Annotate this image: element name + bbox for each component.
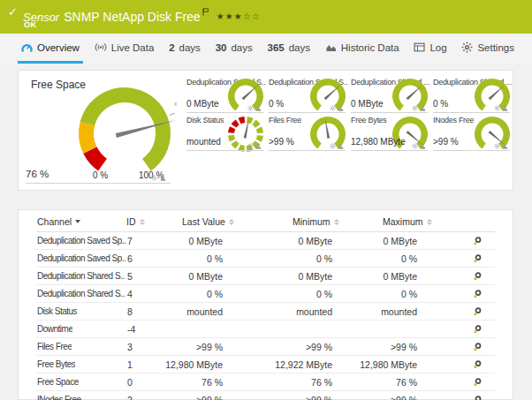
gear-icon[interactable] xyxy=(151,175,157,181)
table-row-files-free: Files Free3>99 %>99 %>99 % xyxy=(36,338,495,356)
user-icon[interactable] xyxy=(502,105,508,111)
main-gauge-value: 76 % xyxy=(26,169,49,179)
table-row-deduplication-saved-sp: Deduplication Saved Sp...60 %0 %0 % xyxy=(36,250,495,268)
small-gauges-grid: Deduplication Saved S...0 MByteDeduplica… xyxy=(186,76,514,152)
maximum-cell: 12,980 MByte xyxy=(360,359,417,370)
minimum-cell: 0 MByte xyxy=(298,271,332,282)
sensor-title-line: SensorSNMP NetApp Disk Free★★★☆☆ xyxy=(23,4,261,25)
gauge-panel-free-bytes: Free Bytes12,980 MByte xyxy=(350,114,432,152)
last-value-cell: 76 % xyxy=(201,377,223,388)
gear-icon[interactable] xyxy=(412,143,418,149)
gauge-dial xyxy=(308,114,348,158)
gauge-value: 0 MByte xyxy=(351,99,384,109)
wrench-icon[interactable] xyxy=(473,359,483,369)
tab-2-days[interactable]: 2days xyxy=(165,34,204,64)
channel-cell[interactable]: Deduplication Saved Sp... xyxy=(37,253,125,263)
channel-cell[interactable]: Files Free xyxy=(37,342,72,351)
gauge-value: 0 MByte xyxy=(186,99,219,109)
main-gauge-corner-icons xyxy=(151,175,166,181)
column-header-minimum[interactable]: Minimum xyxy=(293,216,339,227)
maximum-cell: 0 % xyxy=(401,253,417,264)
user-icon[interactable] xyxy=(255,105,262,111)
user-icon[interactable] xyxy=(255,143,262,149)
wrench-icon[interactable] xyxy=(473,289,483,298)
user-icon[interactable] xyxy=(338,105,344,111)
tab-bar: OverviewLive Data2days30days365daysHisto… xyxy=(0,34,532,64)
sort-icon xyxy=(140,219,145,225)
last-value-cell: 0 MByte xyxy=(188,271,223,282)
channel-cell[interactable]: Deduplication Saved Sp... xyxy=(37,236,125,245)
user-icon[interactable] xyxy=(160,175,166,181)
user-icon[interactable] xyxy=(420,143,426,149)
table-row-disk-status: Disk Status8mountedmountedmounted xyxy=(36,303,495,321)
main-gauge: x xyxy=(54,78,195,184)
id-cell: 7 xyxy=(127,236,133,246)
gear-icon[interactable] xyxy=(247,143,254,149)
gear-icon[interactable] xyxy=(330,105,336,111)
id-cell: 2 xyxy=(127,395,133,400)
minimum-cell: >99 % xyxy=(306,342,332,352)
gauge-title: INodes Free xyxy=(433,116,474,125)
wrench-icon[interactable] xyxy=(473,324,483,334)
gear-icon[interactable] xyxy=(494,105,500,111)
user-icon[interactable] xyxy=(338,143,344,149)
tab-historic-data[interactable]: Historic Data xyxy=(322,34,403,64)
column-header-maximum[interactable]: Maximum xyxy=(383,216,432,227)
page-title: SNMP NetApp Disk Free xyxy=(64,10,201,24)
log-icon xyxy=(414,42,425,52)
last-value-cell: 12,980 MByte xyxy=(165,359,223,370)
wrench-icon[interactable] xyxy=(473,342,483,351)
gauge-title: Free Bytes xyxy=(351,116,387,125)
channel-cell[interactable]: Disk Status xyxy=(37,306,77,316)
minimum-cell: 0 % xyxy=(316,253,332,264)
table-row-inodes-free: INodes Free2>99 %>99 %>99 % xyxy=(36,391,495,400)
tab-settings[interactable]: Settings xyxy=(458,34,518,64)
column-header-id[interactable]: ID xyxy=(126,216,145,227)
flag-icon[interactable] xyxy=(202,4,209,19)
channel-cell[interactable]: Free Bytes xyxy=(37,359,75,369)
channel-cell[interactable]: Downtime xyxy=(37,324,72,334)
gauge-scale-min: 0 % xyxy=(93,170,108,180)
gear-icon[interactable] xyxy=(330,143,336,149)
tab-30-days[interactable]: 30days xyxy=(212,34,256,64)
channel-cell[interactable]: Deduplication Shared S... xyxy=(37,271,125,281)
gear-icon[interactable] xyxy=(412,105,418,111)
sort-icon xyxy=(427,219,432,225)
tab-log[interactable]: Log xyxy=(410,34,450,64)
sort-icon xyxy=(229,219,234,225)
gauge-corner-icons xyxy=(412,143,426,149)
table-header-row: ChannelIDLast ValueMinimumMaximum xyxy=(36,214,495,232)
priority-stars[interactable]: ★★★☆☆ xyxy=(217,11,261,21)
maximum-cell: >99 % xyxy=(391,395,417,400)
live-icon xyxy=(95,42,107,52)
gauge-value: 12,980 MByte xyxy=(351,137,406,147)
table-row-deduplication-shared-s: Deduplication Shared S...40 %0 %0 % xyxy=(36,285,495,303)
maximum-cell: mounted xyxy=(381,306,417,317)
wrench-icon[interactable] xyxy=(473,253,483,263)
wrench-icon[interactable] xyxy=(473,306,483,316)
gauge-corner-icons xyxy=(412,105,426,111)
wrench-icon[interactable] xyxy=(473,236,483,245)
channel-cell[interactable]: INodes Free xyxy=(37,395,81,400)
divider xyxy=(433,112,510,113)
wrench-icon[interactable] xyxy=(473,271,483,281)
tab-365-days[interactable]: 365days xyxy=(264,34,314,64)
wrench-icon[interactable] xyxy=(473,377,483,387)
gauge-corner-icons xyxy=(330,105,344,111)
status-badge: OK xyxy=(24,19,36,29)
channel-cell[interactable]: Deduplication Shared S... xyxy=(37,289,125,298)
user-icon[interactable] xyxy=(420,105,426,111)
minimum-cell: 12,922 MByte xyxy=(275,359,332,370)
gear-icon[interactable] xyxy=(494,143,500,149)
id-cell: 1 xyxy=(127,359,133,370)
gear-icon[interactable] xyxy=(247,105,254,111)
gauge-panel-inodes-free: INodes Free>99 % xyxy=(432,114,514,152)
user-icon[interactable] xyxy=(502,143,508,149)
id-cell: 0 xyxy=(127,377,133,388)
wrench-icon[interactable] xyxy=(473,395,483,400)
column-header-channel[interactable]: Channel xyxy=(37,216,80,227)
column-header-last-value[interactable]: Last Value xyxy=(182,216,234,227)
tab-overview[interactable]: Overview xyxy=(18,34,83,64)
tab-live-data[interactable]: Live Data xyxy=(91,34,158,64)
channel-cell[interactable]: Free Space xyxy=(37,377,79,387)
